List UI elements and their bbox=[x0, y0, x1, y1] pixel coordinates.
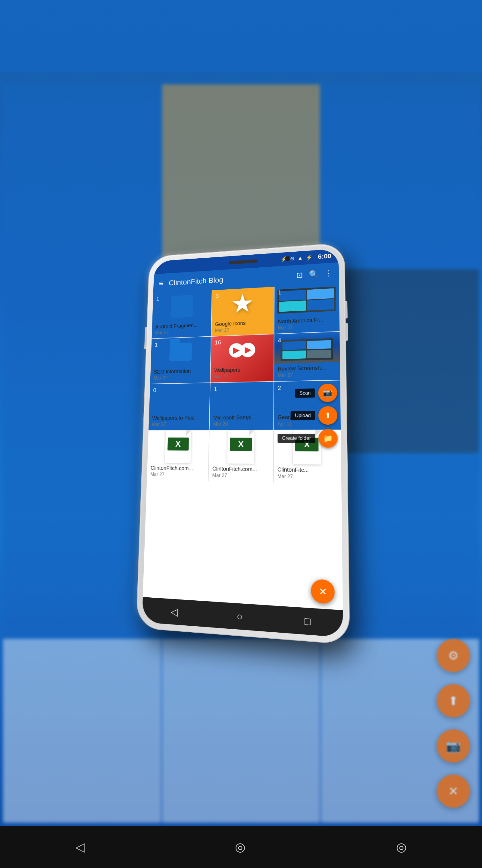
device-back-icon[interactable]: ◁ bbox=[75, 840, 85, 854]
cell-count-android: 1 bbox=[156, 296, 159, 302]
phone-screen: ⚡ ⊖ ▲ ⚡ 6:00 ≡ ClintonFitch Blog ⊡ 🔍 ⋮ bbox=[142, 249, 343, 638]
nav-back-button[interactable]: ◁ bbox=[170, 606, 178, 618]
fab-overlay: Scan 📷 Upload ⬆ Create folder 📁 bbox=[278, 384, 338, 448]
bg-fab-scan: 📷 bbox=[437, 730, 470, 763]
cell-count-wallpapers: 16 bbox=[215, 339, 221, 346]
search-icon[interactable]: 🔍 bbox=[309, 270, 318, 279]
wallpapers-post-thumb bbox=[149, 383, 210, 413]
cf2-name: ClintonFitch.com... bbox=[213, 466, 269, 473]
cf2-date: Mar 27 bbox=[213, 472, 269, 479]
google-icons-info: Google Icons Mar 27 bbox=[212, 317, 274, 336]
android-frag-info: Android Fragmen... Mar 27 bbox=[152, 319, 212, 338]
excel-badge-1: X bbox=[167, 438, 189, 451]
grid-cell-cf2[interactable]: X ClintonFitch.com... Mar 27 bbox=[209, 430, 273, 482]
grid-cell-android-frag[interactable]: 1 Android Fragmen... Mar 27 bbox=[152, 290, 212, 338]
phone-outer-shell: ⚡ ⊖ ▲ ⚡ 6:00 ≡ ClintonFitch Blog ⊡ 🔍 ⋮ bbox=[136, 243, 349, 644]
background-fabs: ⚙ ⬆ 📷 ✕ bbox=[437, 639, 470, 808]
cf1-date: Mar 27 bbox=[150, 472, 205, 478]
excel-badge-2: X bbox=[230, 438, 252, 451]
bg-fab-upload: ⬆ bbox=[437, 684, 470, 717]
grid-cell-seo[interactable]: 1 SEO Information Mar 27 bbox=[150, 337, 211, 384]
cell-count-wallpapers-post: 0 bbox=[153, 387, 156, 394]
north-america-thumb bbox=[275, 283, 340, 316]
cell-count-google: 3 bbox=[216, 293, 219, 299]
fab-scan-button[interactable]: 📷 bbox=[318, 384, 337, 402]
fab-close-button[interactable]: ✕ bbox=[311, 579, 335, 604]
cast-icon[interactable]: ⊡ bbox=[296, 270, 303, 280]
wifi-icon: ▲ bbox=[298, 255, 303, 261]
android-frag-thumb bbox=[152, 290, 212, 322]
review-info: Review Screensh... Mar 27 bbox=[274, 362, 340, 381]
volume-down-button[interactable] bbox=[345, 323, 348, 341]
cell-count-microsoft: 1 bbox=[214, 386, 217, 393]
microsoft-thumb bbox=[210, 382, 274, 412]
google-icons-thumb: ★ bbox=[212, 287, 274, 320]
grid-cell-north-america[interactable]: 1 North America Fr... Mar 27 bbox=[274, 283, 340, 334]
seo-info-area: SEO Information Mar 27 bbox=[150, 366, 210, 384]
status-time: 6:00 bbox=[318, 252, 331, 261]
cf3-date: Mar 27 bbox=[278, 474, 338, 480]
grid-cell-review[interactable]: 4 Revie bbox=[274, 332, 340, 381]
cf2-thumb: X bbox=[209, 430, 273, 464]
wallpapers-post-name: Wallpapers to Post bbox=[152, 415, 206, 421]
excel-icon-2: X bbox=[227, 430, 255, 464]
nav-home-button[interactable]: ○ bbox=[236, 610, 243, 623]
fab-upload-button[interactable]: ⬆ bbox=[318, 406, 338, 425]
fab-scan-label: Scan bbox=[295, 389, 315, 398]
device-bottom-bar: ◁ ◎ ◎ bbox=[0, 826, 482, 868]
microsoft-date: Mar 29 bbox=[213, 421, 269, 427]
battery-icon: ⚡ bbox=[306, 254, 312, 261]
hamburger-menu-icon[interactable]: ≡ bbox=[159, 279, 164, 288]
fab-upload-row: Upload ⬆ bbox=[291, 406, 338, 425]
review-date: Mar 27 bbox=[278, 371, 336, 378]
fab-create-folder-button[interactable]: 📁 bbox=[318, 429, 338, 447]
star-icon: ★ bbox=[231, 288, 255, 318]
app-title: ClintonFitch Blog bbox=[169, 271, 296, 287]
fab-scan-row: Scan 📷 bbox=[295, 384, 337, 402]
excel-icon-1: X bbox=[165, 430, 191, 463]
power-button[interactable] bbox=[144, 327, 147, 349]
review-name: Review Screensh... bbox=[278, 364, 336, 372]
grid-cell-gearjam[interactable]: 2 GearJam... Apr 11 Scan 📷 bbox=[274, 380, 341, 430]
cf1-thumb: X bbox=[147, 430, 209, 463]
grid-cell-wallpapers[interactable]: 16 ▶ ▶ bbox=[211, 334, 274, 382]
cf1-name: ClintonFitch.com... bbox=[151, 465, 205, 472]
device-recent-icon[interactable]: ◎ bbox=[396, 840, 407, 854]
signal-icon: ⊖ bbox=[290, 255, 295, 262]
volume-up-button[interactable] bbox=[345, 301, 348, 318]
microsoft-info: Microsoft Sampl... Mar 29 bbox=[210, 412, 273, 430]
cell-count-review: 4 bbox=[278, 337, 281, 344]
grid-cell-google-icons[interactable]: 3 ★ Google Icons Mar 27 bbox=[212, 287, 274, 336]
cf3-name: ClintonFitc... bbox=[278, 467, 338, 474]
wallpapers-date: Mar 27 bbox=[214, 373, 270, 380]
device-home-icon[interactable]: ◎ bbox=[235, 840, 246, 854]
nav-recent-button[interactable]: □ bbox=[304, 615, 311, 628]
bg-fab-gear: ⚙ bbox=[437, 639, 470, 672]
file-grid: 1 Android Fragmen... Mar 27 3 ★ bbox=[143, 283, 343, 610]
fab-create-folder-label: Create folder bbox=[278, 434, 315, 443]
seo-date: Mar 27 bbox=[154, 374, 207, 381]
review-thumb bbox=[274, 332, 340, 364]
fab-upload-label: Upload bbox=[291, 411, 315, 421]
wallpapers-name: Wallpapers bbox=[214, 366, 270, 374]
grid-cell-microsoft[interactable]: 1 Microsoft Sampl... Mar 29 bbox=[210, 382, 274, 430]
wallpapers-post-info: Wallpapers to Post Mar 27 bbox=[149, 412, 210, 430]
seo-name: SEO Information bbox=[154, 368, 207, 375]
wallpapers-post-date: Mar 27 bbox=[152, 422, 206, 427]
seo-thumb bbox=[151, 337, 211, 367]
grid-cell-wallpapers-post[interactable]: 0 Wallpapers to Post Mar 27 bbox=[149, 383, 210, 430]
wallpapers-info: Wallpapers Mar 27 bbox=[211, 364, 274, 382]
toolbar-actions: ⊡ 🔍 ⋮ bbox=[296, 269, 333, 280]
phone-device: ⚡ ⊖ ▲ ⚡ 6:00 ≡ ClintonFitch Blog ⊡ 🔍 ⋮ bbox=[136, 243, 349, 644]
fab-create-folder-row: Create folder 📁 bbox=[278, 429, 338, 447]
bg-fab-close: ✕ bbox=[437, 775, 470, 808]
cf2-info: ClintonFitch.com... Mar 27 bbox=[209, 463, 273, 482]
north-america-info: North America Fr... Mar 27 bbox=[274, 314, 340, 334]
more-options-icon[interactable]: ⋮ bbox=[325, 269, 333, 278]
fab-main-area: ✕ bbox=[311, 579, 335, 604]
grid-cell-cf1[interactable]: X ClintonFitch.com... Mar 27 bbox=[147, 430, 209, 481]
cell-count-north: 1 bbox=[278, 289, 281, 296]
cell-count-seo: 1 bbox=[155, 341, 158, 348]
microsoft-name: Microsoft Sampl... bbox=[213, 414, 269, 421]
grid-container: 1 Android Fragmen... Mar 27 3 ★ bbox=[147, 283, 341, 484]
